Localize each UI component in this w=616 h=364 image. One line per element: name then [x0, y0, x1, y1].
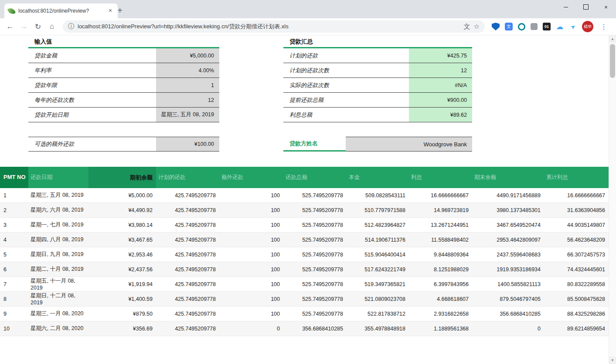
table-cell: 525.7495209778 — [283, 218, 347, 232]
panel-row-label: 贷款开始日期 — [28, 108, 156, 122]
panel-row-label: 计划的还款 — [283, 48, 409, 63]
panel-row-label: 提前还款总额 — [283, 93, 409, 107]
panel-row-value: 1 — [156, 78, 219, 92]
table-cell: 100 — [219, 203, 283, 217]
tab-strip: localhost:8012/onlinePreview? × + × — [0, 0, 616, 18]
table-cell: 100 — [219, 188, 283, 202]
bookmark-star-icon[interactable]: ☆ — [474, 23, 480, 30]
panel-row-value: ¥900.00 — [409, 93, 472, 107]
panel-row-label: 贷款年限 — [28, 78, 156, 92]
table-cell: 星期日, 九月 08, 2019 — [28, 247, 88, 262]
maximize-icon — [583, 4, 589, 10]
ext-ring-icon[interactable] — [518, 23, 525, 30]
maximize-button[interactable] — [576, 0, 596, 14]
panel-row-label: 年利率 — [28, 63, 156, 78]
table-cell: 2437.5596408683 — [472, 247, 544, 262]
table-cell: 3467.6549520474 — [472, 218, 544, 232]
table-cell: 0 — [472, 321, 544, 336]
extra-payment-row: 可选的额外还款 ¥100.00 — [28, 137, 219, 152]
translate-icon[interactable]: 文 — [464, 23, 470, 31]
page-info-icon[interactable]: ⓘ — [68, 23, 74, 30]
table-cell: 3 — [0, 218, 28, 232]
scroll-down-icon[interactable]: ▼ — [609, 357, 616, 364]
new-tab-button[interactable]: + — [114, 5, 126, 17]
ext-cloud-icon[interactable]: ☁ — [556, 23, 564, 30]
forward-icon[interactable]: → — [17, 20, 31, 33]
table-row: 5星期日, 九月 08, 2019¥2,953.46425.7495209778… — [0, 247, 609, 262]
table-cell: 星期四, 八月 08, 2019 — [28, 233, 88, 247]
panel-row-value: #N/A — [409, 78, 472, 92]
close-button[interactable]: × — [596, 0, 616, 14]
back-icon[interactable]: ← — [3, 20, 17, 33]
table-cell: 525.7495209778 — [283, 292, 347, 306]
table-cell: 74.4324445601 — [544, 262, 609, 276]
table-cell: 515.9046400414 — [347, 247, 409, 262]
table-cell: 6 — [0, 262, 28, 276]
ext-01-badge-icon[interactable]: 01 — [543, 23, 551, 30]
table-row: 6星期二, 十月 08, 2019¥2,437.56425.7495209778… — [0, 262, 609, 277]
table-cell: 355.4978848918 — [347, 321, 409, 336]
panel-row: 提前还款总额¥900.00 — [283, 93, 472, 108]
table-cell: 425.7495209778 — [156, 233, 219, 247]
table-cell: 2.9316822658 — [409, 307, 472, 321]
input-panel-title: 输入值 — [28, 37, 219, 48]
table-cell: 525.7495209778 — [283, 203, 347, 217]
table-cell: 525.7495209778 — [283, 277, 347, 291]
summary-panel-title: 贷款汇总 — [283, 37, 472, 48]
table-cell: ¥3,980.14 — [88, 218, 156, 232]
ext-translate-icon[interactable]: 文 — [505, 23, 513, 30]
table-cell: 2 — [0, 203, 28, 217]
url-text: localhost:8012/onlinePreview?url=http://… — [78, 23, 460, 30]
table-cell: 3980.1373485301 — [472, 203, 544, 217]
table-cell: 星期六, 二月 08, 2020 — [28, 321, 88, 336]
scroll-up-icon[interactable]: ▲ — [609, 35, 616, 43]
scrollbar-thumb[interactable] — [610, 44, 615, 78]
panel-row-label: 每年的还款次数 — [28, 93, 156, 107]
panel-row: 每年的还款次数12 — [28, 93, 219, 108]
table-cell: 80.8322289558 — [544, 277, 609, 291]
table-cell: 1400.5855821113 — [472, 277, 544, 291]
amortization-table: PMT NO还款日期期初余额计划的还款额外还款还款总额本金利息期末余额累计利息 … — [0, 167, 609, 336]
address-bar[interactable]: ⓘ localhost:8012/onlinePreview?url=http:… — [63, 20, 485, 33]
table-cell: 509.0828543111 — [347, 188, 409, 202]
table-cell: ¥356.69 — [88, 321, 156, 336]
table-row: 2星期六, 六月 08, 2019¥4,490.92425.7495209778… — [0, 203, 609, 218]
table-cell: ¥879.50 — [88, 307, 156, 321]
table-cell: 100 — [219, 292, 283, 306]
table-cell: 512.4823964827 — [347, 218, 409, 232]
profile-avatar[interactable]: 精华 — [582, 21, 593, 32]
menu-icon[interactable]: ⋮ — [599, 23, 609, 31]
tab-close-icon[interactable]: × — [107, 7, 114, 14]
minimize-button[interactable] — [556, 0, 576, 14]
minimize-icon — [564, 7, 568, 7]
ext-bird-icon[interactable]: ➤ — [567, 21, 578, 32]
table-cell: 425.7495209778 — [156, 218, 219, 232]
table-row: 10星期六, 二月 08, 2020¥356.69425.74952097780… — [0, 321, 609, 336]
table-cell: 8.1251988029 — [409, 262, 472, 276]
table-cell: 16.6666666667 — [409, 188, 472, 202]
ext-shield-icon[interactable] — [492, 23, 500, 30]
browser-tab[interactable]: localhost:8012/onlinePreview? × — [4, 3, 118, 18]
spreadsheet-preview: 输入值 贷款金额¥5,000.00年利率4.00%贷款年限1每年的还款次数12贷… — [0, 35, 609, 364]
table-cell: 星期三, 一月 08, 2020 — [28, 307, 88, 321]
table-cell: 14.969723819 — [409, 203, 472, 217]
table-cell: 0 — [219, 321, 283, 336]
table-cell: 星期六, 六月 08, 2019 — [28, 203, 88, 217]
table-cell: 425.7495209778 — [156, 307, 219, 321]
table-cell: 425.7495209778 — [156, 262, 219, 276]
ext-gray-icon[interactable] — [531, 23, 538, 30]
table-cell: 1.1889561368 — [409, 321, 472, 336]
table-cell: 517.6243221749 — [347, 262, 409, 276]
column-header: 额外还款 — [219, 167, 283, 188]
table-cell: 6.3997843956 — [409, 277, 472, 291]
vertical-scrollbar[interactable]: ▲ ▼ — [609, 35, 616, 364]
table-cell: ¥2,953.46 — [88, 247, 156, 262]
panel-row: 利息总额¥89.62 — [283, 108, 472, 122]
reload-icon[interactable]: ↻ — [31, 20, 44, 33]
table-cell: 4 — [0, 233, 28, 247]
home-icon[interactable]: ⌂ — [45, 20, 58, 33]
table-cell: 1 — [0, 188, 28, 202]
table-cell: 521.0809023708 — [347, 292, 409, 306]
table-cell: 425.7495209778 — [156, 321, 219, 336]
table-cell: 356.6868410285 — [472, 307, 544, 321]
